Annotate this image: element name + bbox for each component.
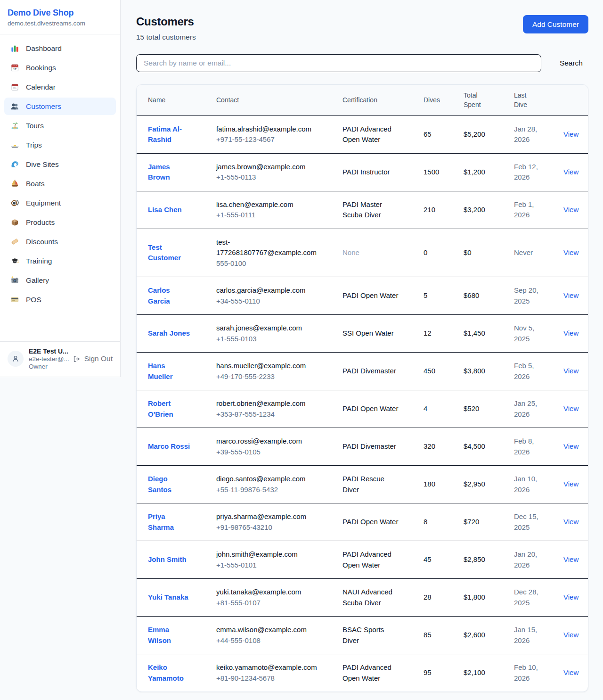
view-customer-link[interactable]: View: [563, 668, 579, 676]
customer-contact-cell: carlos.garcia@example.com+34-555-0110: [205, 277, 331, 315]
view-customer-link[interactable]: View: [563, 631, 579, 639]
customer-total-spent: $1,200: [452, 153, 503, 191]
search-bar: Search: [136, 54, 588, 72]
sidebar-item-boats[interactable]: Boats: [4, 175, 116, 192]
customer-name-link[interactable]: Lisa Chen: [148, 206, 182, 214]
customer-contact-cell: fatima.alrashid@example.com+971-55-123-4…: [205, 115, 331, 153]
customer-dives: 210: [412, 191, 452, 229]
sidebar-item-label: Trips: [26, 141, 42, 149]
sidebar-item-dashboard[interactable]: Dashboard: [4, 40, 116, 57]
customer-total-spent: $0: [452, 229, 503, 277]
customer-last-dive: Feb 8, 2026: [503, 428, 552, 466]
customer-contact-cell: robert.obrien@example.com+353-87-555-123…: [205, 390, 331, 428]
sidebar-item-tours[interactable]: Tours: [4, 117, 116, 134]
customer-email: robert.obrien@example.com: [216, 398, 326, 409]
customer-row: Fatima Al-Rashidfatima.alrashid@example.…: [137, 115, 588, 153]
customer-dives: 85: [412, 617, 452, 654]
view-customer-link[interactable]: View: [563, 206, 579, 214]
view-customer-link[interactable]: View: [563, 248, 579, 256]
sidebar-item-label: Calendar: [26, 83, 56, 91]
view-customer-link[interactable]: View: [563, 593, 579, 601]
customer-phone: +1-555-0101: [216, 560, 326, 571]
view-customer-link[interactable]: View: [563, 442, 579, 450]
customer-total-spent: $5,200: [452, 115, 503, 153]
customer-email: carlos.garcia@example.com: [216, 285, 326, 296]
view-customer-link[interactable]: View: [563, 518, 579, 526]
view-customer-link[interactable]: View: [563, 329, 579, 337]
customer-name-link[interactable]: Diego Santos: [148, 475, 171, 494]
view-customer-link[interactable]: View: [563, 555, 579, 563]
customer-name-cell: Yuki Tanaka: [137, 579, 205, 617]
sidebar-item-discounts[interactable]: Discounts: [4, 233, 116, 250]
customer-actions-cell: View: [552, 315, 588, 353]
customer-row: John Smithjohn.smith@example.com+1-555-0…: [137, 541, 588, 579]
customer-last-dive: Feb 10, 2026: [503, 654, 552, 692]
customer-name-link[interactable]: Priya Sharma: [148, 512, 174, 531]
customer-name-cell: Priya Sharma: [137, 503, 205, 541]
customer-name-cell: Lisa Chen: [137, 191, 205, 229]
view-customer-link[interactable]: View: [563, 168, 579, 176]
sidebar-item-customers[interactable]: Customers: [4, 98, 116, 115]
customer-last-dive: Jan 20, 2026: [503, 541, 552, 579]
sidebar-item-products[interactable]: Products: [4, 214, 116, 231]
view-customer-link[interactable]: View: [563, 130, 579, 138]
customer-dives: 320: [412, 428, 452, 466]
customer-row: Carlos Garciacarlos.garcia@example.com+3…: [137, 277, 588, 315]
sidebar-item-calendar[interactable]: Calendar: [4, 78, 116, 96]
customer-name-link[interactable]: Robert O'Brien: [148, 399, 173, 418]
customer-name-link[interactable]: Carlos Garcia: [148, 286, 170, 305]
customer-actions-cell: View: [552, 191, 588, 229]
customer-name-link[interactable]: Fatima Al-Rashid: [148, 125, 182, 144]
customer-email: james.brown@example.com: [216, 162, 326, 173]
customer-row: Keiko Yamamotokeiko.yamamoto@example.com…: [137, 654, 588, 692]
customer-name-link[interactable]: Emma Wilson: [148, 626, 171, 644]
customer-name-link[interactable]: John Smith: [148, 555, 187, 563]
sidebar-item-equipment[interactable]: Equipment: [4, 194, 116, 212]
sidebar-item-dive-sites[interactable]: Dive Sites: [4, 156, 116, 173]
customer-phone: +91-98765-43210: [216, 522, 326, 533]
view-customer-link[interactable]: View: [563, 480, 579, 488]
sidebar-item-trips[interactable]: Trips: [4, 136, 116, 154]
customer-dives: 450: [412, 353, 452, 390]
sidebar-item-label: Tours: [26, 122, 44, 130]
search-button[interactable]: Search: [554, 59, 588, 67]
sidebar-item-label: Dive Sites: [26, 160, 59, 169]
shop-name[interactable]: Demo Dive Shop: [8, 8, 113, 18]
customer-email: sarah.jones@example.com: [216, 323, 326, 334]
customer-name-link[interactable]: Hans Mueller: [148, 362, 173, 380]
sidebar-item-bookings[interactable]: 17Bookings: [4, 59, 116, 76]
sidebar-item-label: Discounts: [26, 238, 58, 246]
customer-email: marco.rossi@example.com: [216, 436, 326, 447]
customer-name-cell: Emma Wilson: [137, 617, 205, 654]
customer-name-link[interactable]: James Brown: [148, 163, 170, 181]
customer-total-spent: $2,100: [452, 654, 503, 692]
customer-last-dive: Jan 10, 2026: [503, 466, 552, 503]
customer-total-spent: $1,800: [452, 579, 503, 617]
customer-name-cell: Test Customer: [137, 229, 205, 277]
view-customer-link[interactable]: View: [563, 291, 579, 299]
customer-name-link[interactable]: Marco Rossi: [148, 442, 190, 450]
column-header-name: Name: [137, 85, 205, 115]
add-customer-button[interactable]: Add Customer: [523, 15, 588, 33]
customer-contact-cell: lisa.chen@example.com+1-555-0111: [205, 191, 331, 229]
customer-dives: 4: [412, 390, 452, 428]
customer-name-link[interactable]: Test Customer: [148, 243, 181, 262]
sidebar-item-pos[interactable]: POS: [4, 291, 116, 308]
customer-actions-cell: View: [552, 503, 588, 541]
sidebar-item-training[interactable]: Training: [4, 252, 116, 270]
view-customer-link[interactable]: View: [563, 404, 579, 412]
customer-name-link[interactable]: Sarah Jones: [148, 329, 190, 337]
customer-certification: PADI Divemaster: [331, 428, 412, 466]
customer-name-link[interactable]: Yuki Tanaka: [148, 593, 188, 601]
customer-total-spent: $3,200: [452, 191, 503, 229]
search-input[interactable]: [136, 54, 541, 72]
customer-name-link[interactable]: Keiko Yamamoto: [148, 663, 184, 682]
customer-last-dive: Jan 28, 2026: [503, 115, 552, 153]
customer-name-cell: Marco Rossi: [137, 428, 205, 466]
customer-contact-cell: priya.sharma@example.com+91-98765-43210: [205, 503, 331, 541]
view-customer-link[interactable]: View: [563, 367, 579, 375]
sidebar-item-gallery[interactable]: Gallery: [4, 272, 116, 289]
customer-dives: 28: [412, 579, 452, 617]
customer-name-cell: Fatima Al-Rashid: [137, 115, 205, 153]
sign-out-button[interactable]: Sign Out: [73, 354, 113, 363]
